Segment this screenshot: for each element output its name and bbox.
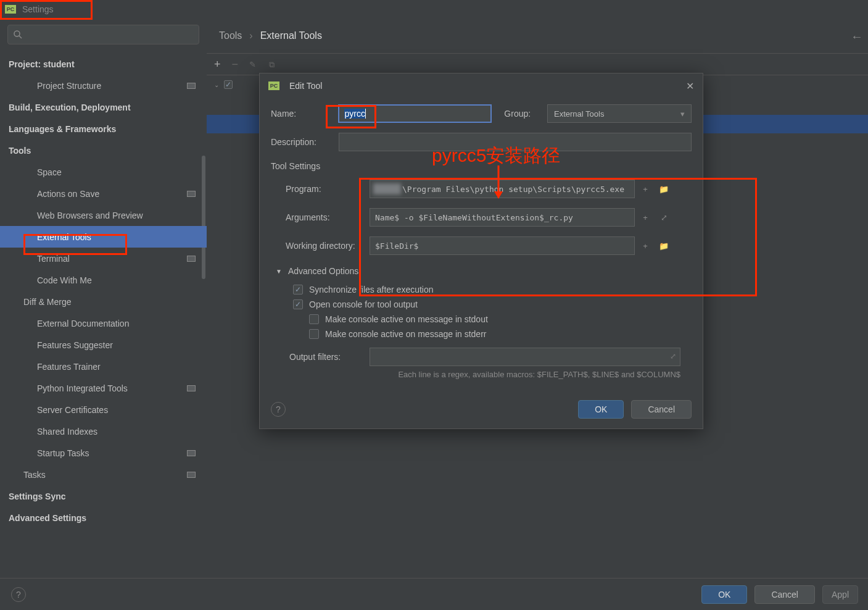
- sidebar-item-features-trainer[interactable]: Features Trainer: [0, 356, 207, 377]
- sidebar-item-label: Python Integrated Tools: [37, 383, 128, 393]
- ok-button[interactable]: OK: [578, 400, 624, 419]
- program-input[interactable]: [370, 180, 635, 198]
- sidebar-item-diff-merge[interactable]: ›Diff & Merge: [0, 291, 207, 312]
- expand-icon[interactable]: ⤢: [657, 211, 671, 224]
- back-arrow-icon[interactable]: ←: [851, 30, 863, 44]
- chevron-icon: ›: [10, 104, 12, 111]
- description-input[interactable]: [339, 133, 692, 151]
- stderr-checkbox[interactable]: [309, 329, 319, 339]
- sidebar-item-label: Startup Tasks: [37, 448, 89, 458]
- sidebar-item-actions-on-save[interactable]: Actions on Save: [0, 183, 207, 204]
- output-filters-label: Output filters:: [289, 352, 370, 362]
- tools-toolbar: + − ✎ ⧉: [207, 53, 868, 75]
- sidebar-item-features-suggester[interactable]: Features Suggester: [0, 334, 207, 356]
- settings-sidebar: Project: studentProject Structure›Build,…: [0, 19, 207, 542]
- sidebar-item-web-browsers-and-preview[interactable]: Web Browsers and Preview: [0, 204, 207, 226]
- sidebar-item-label: Web Browsers and Preview: [37, 211, 143, 220]
- ok-button[interactable]: OK: [701, 585, 747, 604]
- sidebar-item-label: Project Structure: [37, 81, 101, 91]
- sidebar-item-build-execution-deployment[interactable]: ›Build, Execution, Deployment: [0, 96, 207, 118]
- help-button[interactable]: ?: [11, 587, 26, 602]
- stdout-label: Make console active on message in stdout: [325, 314, 488, 324]
- sidebar-item-label: Code With Me: [37, 275, 92, 285]
- sidebar-item-label: External Documentation: [37, 319, 129, 328]
- sidebar-item-python-integrated-tools[interactable]: Python Integrated Tools: [0, 377, 207, 399]
- sidebar-item-label: Languages & Frameworks: [9, 124, 116, 134]
- expand-icon[interactable]: ⤢: [670, 352, 676, 361]
- arguments-input[interactable]: [370, 208, 635, 227]
- group-checkbox[interactable]: [224, 80, 233, 89]
- sidebar-item-label: Actions on Save: [37, 189, 99, 199]
- sidebar-item-terminal[interactable]: Terminal: [0, 248, 207, 269]
- cancel-button[interactable]: Cancel: [631, 400, 692, 419]
- add-tool-button[interactable]: +: [214, 58, 221, 71]
- name-input-value: pyrcc: [344, 109, 365, 119]
- arguments-label: Arguments:: [271, 212, 370, 222]
- browse-folder-icon[interactable]: 📁: [657, 182, 671, 196]
- breadcrumb: Tools › External Tools: [207, 19, 868, 53]
- tool-settings-header: Tool Settings: [271, 161, 692, 171]
- sidebar-item-label: External Tools: [37, 232, 91, 242]
- insert-macro-button[interactable]: +: [639, 239, 652, 253]
- settings-search-input[interactable]: [7, 25, 199, 44]
- breadcrumb-separator: ›: [249, 30, 252, 41]
- sidebar-item-startup-tasks[interactable]: Startup Tasks: [0, 442, 207, 464]
- remove-tool-button[interactable]: −: [232, 58, 239, 71]
- open-console-checkbox[interactable]: [293, 299, 303, 309]
- chevron-down-icon: ⌄: [214, 81, 219, 88]
- apply-button[interactable]: Appl: [822, 585, 858, 604]
- sidebar-item-languages-frameworks[interactable]: ›Languages & Frameworks: [0, 118, 207, 140]
- advanced-options-label: Advanced Options: [288, 266, 358, 276]
- sidebar-item-project-structure[interactable]: Project Structure: [0, 75, 207, 96]
- sidebar-item-label: Features Suggester: [37, 340, 113, 350]
- sidebar-item-server-certificates[interactable]: Server Certificates: [0, 399, 207, 420]
- project-flag-icon: [187, 191, 196, 197]
- sidebar-item-code-with-me[interactable]: Code With Me: [0, 269, 207, 291]
- pycharm-icon: PC: [5, 5, 16, 14]
- stderr-label: Make console active on message in stderr: [325, 329, 486, 339]
- breadcrumb-current: External Tools: [260, 30, 322, 41]
- sidebar-item-settings-sync[interactable]: Settings Sync: [0, 485, 207, 507]
- group-combo[interactable]: External Tools ▾: [547, 104, 692, 123]
- sidebar-item-space[interactable]: Space: [0, 161, 207, 183]
- copy-tool-button[interactable]: ⧉: [269, 60, 278, 69]
- stdout-checkbox[interactable]: [309, 314, 319, 324]
- output-filters-input[interactable]: ⤢: [370, 348, 680, 366]
- advanced-options-toggle[interactable]: ▼ Advanced Options: [276, 266, 692, 276]
- chevron-icon: ›: [27, 471, 29, 478]
- sidebar-item-label: Space: [37, 167, 62, 177]
- sidebar-item-label: Build, Execution, Deployment: [9, 102, 131, 112]
- sidebar-item-label: Features Trainer: [37, 362, 101, 372]
- sidebar-item-tools[interactable]: ⌄Tools: [0, 140, 207, 161]
- chevron-icon: ›: [10, 125, 12, 132]
- program-label: Program:: [271, 184, 370, 194]
- name-input[interactable]: pyrcc: [338, 104, 492, 123]
- sidebar-item-external-documentation[interactable]: External Documentation: [0, 312, 207, 334]
- close-icon[interactable]: ✕: [686, 80, 694, 92]
- project-flag-icon: [187, 256, 196, 262]
- sync-files-checkbox[interactable]: [293, 285, 303, 295]
- project-flag-icon: [187, 472, 196, 478]
- breadcrumb-root[interactable]: Tools: [219, 30, 242, 41]
- sidebar-item-tasks[interactable]: ›Tasks: [0, 464, 207, 485]
- open-console-label: Open console for tool output: [309, 299, 418, 309]
- edit-tool-button[interactable]: ✎: [249, 60, 258, 69]
- sidebar-item-external-tools[interactable]: External Tools: [0, 226, 207, 248]
- sidebar-item-advanced-settings[interactable]: Advanced Settings: [0, 507, 207, 529]
- description-label: Description:: [271, 137, 339, 147]
- browse-folder-icon[interactable]: 📁: [657, 239, 671, 253]
- svg-line-1: [19, 36, 22, 38]
- help-button[interactable]: ?: [271, 402, 286, 417]
- sidebar-item-shared-indexes[interactable]: Shared Indexes: [0, 420, 207, 442]
- sidebar-item-project-student[interactable]: Project: student: [0, 53, 207, 75]
- insert-macro-button[interactable]: +: [639, 182, 652, 196]
- cancel-button[interactable]: Cancel: [754, 585, 815, 604]
- insert-macro-button[interactable]: +: [639, 211, 652, 224]
- chevron-down-icon: ▾: [680, 109, 685, 119]
- chevron-down-icon: ▼: [276, 268, 282, 275]
- edit-tool-dialog: PC Edit Tool ✕ Name: pyrcc Group: Extern…: [259, 73, 703, 429]
- working-dir-input[interactable]: [370, 236, 635, 255]
- sidebar-item-label: Project: student: [9, 59, 75, 69]
- group-value: External Tools: [554, 109, 604, 119]
- project-flag-icon: [187, 385, 196, 391]
